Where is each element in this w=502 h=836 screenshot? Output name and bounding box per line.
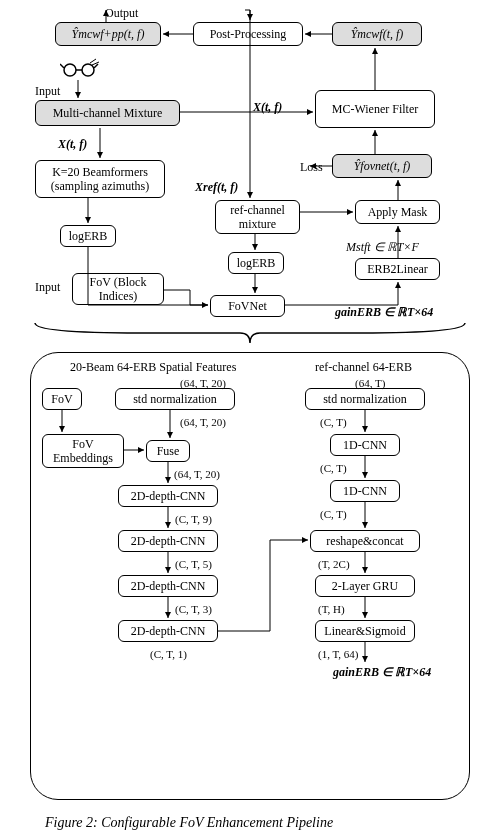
shape-ct-2: (C, T) <box>320 462 347 474</box>
linsig-box: Linear&Sigmoid <box>315 620 415 642</box>
reshape-box: reshape&concat <box>310 530 420 552</box>
xref-label: Xref(t, f) <box>195 180 238 195</box>
cnn1d-1-box: 1D-CNN <box>330 434 400 456</box>
stdnorm2-box: std normalization <box>305 388 425 410</box>
beamformers-box: K=20 Beamformers (sampling azimuths) <box>35 160 165 198</box>
refmix-box: ref-channel mixture <box>215 200 300 234</box>
sec-refch-label: ref-channel 64-ERB <box>315 360 412 375</box>
svg-line-3 <box>60 64 64 68</box>
fovnet-box: FoVNet <box>210 295 285 317</box>
gru-box: 2-Layer GRU <box>315 575 415 597</box>
svg-point-1 <box>82 64 94 76</box>
erb2lin-box: ERB2Linear <box>355 258 440 280</box>
fov-input-box: FoV (Block Indices) <box>72 273 164 305</box>
shape-64t20-2: (64, T, 20) <box>180 416 226 428</box>
logerb2-box: logERB <box>228 252 284 274</box>
sec-spatial-label: 20-Beam 64-ERB Spatial Features <box>70 360 236 375</box>
shape-ct9: (C, T, 9) <box>175 513 212 525</box>
shape-ct-1: (C, T) <box>320 416 347 428</box>
shape-ct5: (C, T, 5) <box>175 558 212 570</box>
figure-caption: Figure 2: Configurable FoV Enhancement P… <box>45 815 333 831</box>
fovemb-box: FoV Embeddings <box>42 434 124 468</box>
cnn2d-1-box: 2D-depth-CNN <box>118 485 218 507</box>
logerb1-box: logERB <box>60 225 116 247</box>
cnn1d-2-box: 1D-CNN <box>330 480 400 502</box>
cnn2d-3-box: 2D-depth-CNN <box>118 575 218 597</box>
shape-ct1: (C, T, 1) <box>150 648 187 660</box>
xtf2-label: X(t, f) <box>253 100 282 115</box>
svg-line-5 <box>90 59 96 63</box>
yfovnet-box: Ŷfovnet(t, f) <box>332 154 432 178</box>
ymcwf-box: Ŷmcwf(t, f) <box>332 22 422 46</box>
shape-ct3: (C, T, 3) <box>175 603 212 615</box>
input1-label: Input <box>35 84 60 99</box>
brace-icon <box>30 318 470 348</box>
shape-t2c: (T, 2C) <box>318 558 350 570</box>
multich-box: Multi-channel Mixture <box>35 100 180 126</box>
yfovnet-text: Ŷfovnet(t, f) <box>354 159 411 173</box>
loss-label: Loss <box>300 160 323 175</box>
applymask-box: Apply Mask <box>355 200 440 224</box>
caption-text: Figure 2: Configurable FoV Enhancement P… <box>45 815 333 830</box>
mcwiener-box: MC-Wiener Filter <box>315 90 435 128</box>
ymcwf-text: Ŷmcwf(t, f) <box>351 27 404 41</box>
cnn2d-2-box: 2D-depth-CNN <box>118 530 218 552</box>
svg-line-4 <box>94 64 98 68</box>
shape-th: (T, H) <box>318 603 345 615</box>
glasses-icon <box>60 58 100 80</box>
output-label: Output <box>105 6 138 21</box>
cnn2d-4-box: 2D-depth-CNN <box>118 620 218 642</box>
ymcwfpp-box: Ŷmcwf+pp(t, f) <box>55 22 161 46</box>
gainerb1-label: gainERB ∈ ℝT×64 <box>335 305 433 320</box>
xtf1-label: X(t, f) <box>58 137 87 152</box>
postproc-box: Post-Processing <box>193 22 303 46</box>
shape-64t20-3: (64, T, 20) <box>174 468 220 480</box>
svg-line-6 <box>92 62 99 65</box>
ymcwfpp-text: Ŷmcwf+pp(t, f) <box>72 27 145 41</box>
gainerb2-label: gainERB ∈ ℝT×64 <box>333 665 431 680</box>
fuse-box: Fuse <box>146 440 190 462</box>
stdnorm1-box: std normalization <box>115 388 235 410</box>
mstft-label: Mstft ∈ ℝT×F <box>346 240 419 255</box>
shape-ct-3: (C, T) <box>320 508 347 520</box>
input2-label: Input <box>35 280 60 295</box>
fov2-box: FoV <box>42 388 82 410</box>
shape-1t64: (1, T, 64) <box>318 648 359 660</box>
svg-point-0 <box>64 64 76 76</box>
